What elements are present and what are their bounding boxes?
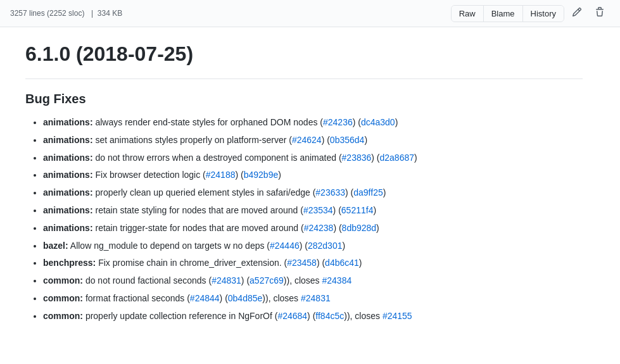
item-text: do not throw errors when a destroyed com… (93, 153, 342, 163)
list-item: benchpress: Fix promise chain in chrome_… (43, 256, 583, 271)
commit-link[interactable]: 0b4d85e (228, 293, 263, 303)
category-label: animations: (43, 153, 93, 163)
issue-link[interactable]: #23836 (342, 153, 372, 163)
list-item: bazel: Allow ng_module to depend on targ… (43, 239, 583, 254)
list-item: animations: properly clean up queried el… (43, 185, 583, 201)
closes-link[interactable]: #24384 (322, 275, 351, 286)
item-text: Allow ng_module to depend on targets w n… (68, 241, 270, 251)
raw-button[interactable]: Raw (452, 6, 484, 22)
item-text: set animations styles properly on platfo… (93, 135, 292, 145)
item-text: Fix browser detection logic ( (93, 170, 206, 180)
pencil-icon (572, 7, 582, 17)
list-item: animations: always render end-state styl… (43, 115, 583, 130)
category-label: animations: (43, 170, 93, 180)
version-heading: 6.1.0 (2018-07-25) (25, 42, 583, 66)
category-label: bazel: (43, 241, 68, 251)
version-number: 6.1.0 (25, 42, 70, 65)
issue-link[interactable]: #23633 (315, 187, 345, 198)
issue-link[interactable]: #24236 (323, 117, 353, 127)
item-text: properly update collection reference in … (83, 311, 277, 321)
list-item: animations: Fix browser detection logic … (43, 168, 583, 183)
category-label: animations: (43, 135, 93, 145)
category-label: benchpress: (43, 258, 96, 268)
commit-link[interactable]: 65211f4 (341, 205, 374, 215)
bug-list: animations: always render end-state styl… (25, 115, 583, 324)
list-item: common: do not round factional seconds (… (43, 273, 583, 289)
list-item: animations: retain state styling for nod… (43, 203, 583, 218)
category-label: animations: (43, 223, 93, 233)
item-text: do not round factional seconds ( (83, 275, 212, 286)
list-item: animations: retain trigger-state for nod… (43, 221, 583, 236)
category-label: animations: (43, 205, 93, 215)
item-text: format fractional seconds ( (83, 293, 190, 303)
commit-link[interactable]: ff84c5c (315, 311, 344, 321)
commit-link[interactable]: dc4a3d0 (361, 117, 395, 127)
category-label: common: (43, 311, 83, 321)
issue-link[interactable]: #24188 (206, 170, 236, 180)
delete-button[interactable] (590, 4, 610, 23)
history-button[interactable]: History (523, 6, 564, 22)
closes-link[interactable]: #24155 (383, 311, 412, 321)
commit-link[interactable]: da9ff25 (353, 187, 383, 198)
issue-link[interactable]: #24844 (190, 293, 220, 303)
issue-link[interactable]: #24831 (212, 275, 241, 286)
file-size: 334 KB (98, 9, 122, 18)
item-text: retain state styling for nodes that are … (93, 205, 303, 215)
file-meta: 3257 lines (2252 sloc) | 334 KB (10, 9, 125, 18)
trash-icon (595, 7, 605, 17)
list-item: common: format fractional seconds (#2484… (43, 291, 583, 306)
category-label: common: (43, 275, 83, 286)
toolbar: 3257 lines (2252 sloc) | 334 KB Raw Blam… (0, 0, 620, 27)
category-label: animations: (43, 117, 93, 127)
commit-link[interactable]: a527c69 (250, 275, 284, 286)
view-mode-buttons: Raw Blame History (451, 5, 564, 22)
list-item: animations: set animations styles proper… (43, 133, 583, 148)
commit-link[interactable]: 0b356d4 (330, 135, 365, 145)
category-label: common: (43, 293, 83, 303)
item-text: retain trigger-state for nodes that are … (93, 223, 304, 233)
item-text: Fix promise chain in chrome_driver_exten… (96, 258, 287, 268)
line-count: 3257 lines (2252 sloc) (10, 9, 84, 18)
version-date: (2018-07-25) (76, 42, 193, 65)
list-item: animations: do not throw errors when a d… (43, 151, 583, 166)
commit-link[interactable]: d2a8687 (380, 153, 415, 163)
section-title: Bug Fixes (25, 92, 583, 106)
issue-link[interactable]: #24446 (270, 241, 300, 251)
commit-link[interactable]: 8db928d (342, 223, 377, 233)
toolbar-right: Raw Blame History (451, 4, 610, 23)
issue-link[interactable]: #24238 (304, 223, 334, 233)
divider (25, 78, 583, 79)
commit-link[interactable]: d4b6c41 (325, 258, 359, 268)
category-label: animations: (43, 187, 93, 198)
issue-link[interactable]: #24624 (292, 135, 322, 145)
edit-button[interactable] (567, 4, 587, 23)
issue-link[interactable]: #23458 (287, 258, 317, 268)
commit-link[interactable]: 282d301 (308, 241, 343, 251)
main-content: 6.1.0 (2018-07-25) Bug Fixes animations:… (0, 27, 608, 342)
blame-button[interactable]: Blame (484, 6, 523, 22)
issue-link[interactable]: #23534 (303, 205, 333, 215)
issue-link[interactable]: #24684 (277, 311, 307, 321)
item-text: always render end-state styles for orpha… (93, 117, 323, 127)
closes-link[interactable]: #24831 (301, 293, 331, 303)
list-item: common: properly update collection refer… (43, 309, 583, 324)
item-text: properly clean up queried element styles… (93, 187, 316, 198)
commit-link[interactable]: b492b9e (244, 170, 279, 180)
